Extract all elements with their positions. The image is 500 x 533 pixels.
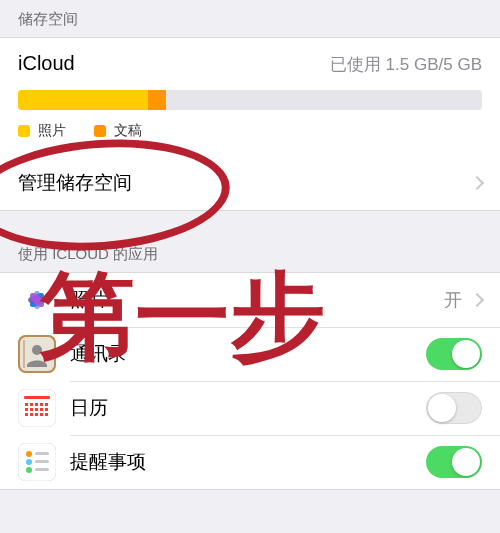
legend-docs-swatch [94,125,106,137]
toggle-knob [428,394,456,422]
toggle-knob [452,448,480,476]
legend-docs-label: 文稿 [114,122,142,140]
svg-point-32 [26,467,32,473]
chevron-right-icon [470,176,484,190]
svg-rect-14 [25,403,28,406]
svg-rect-23 [45,408,48,411]
app-row-photos[interactable]: 照片 开 [0,273,500,327]
storage-bar [18,90,482,110]
apps-group: 照片 开 通讯录 [0,272,500,490]
app-label: 通讯录 [70,341,426,367]
svg-rect-34 [35,460,49,463]
storage-cell: iCloud 已使用 1.5 GB/5 GB 照片 文稿 [0,38,500,156]
svg-rect-13 [24,396,50,399]
photos-icon [18,281,56,319]
app-label: 提醒事项 [70,449,426,475]
storage-bar-photos [18,90,148,110]
legend-photos-swatch [18,125,30,137]
svg-rect-26 [35,413,38,416]
svg-rect-27 [40,413,43,416]
chevron-right-icon [470,293,484,307]
svg-rect-16 [35,403,38,406]
svg-point-10 [32,345,42,355]
svg-rect-19 [25,408,28,411]
app-label: 日历 [70,395,426,421]
manage-storage-row[interactable]: 管理储存空间 [0,156,500,210]
svg-rect-17 [40,403,43,406]
svg-rect-22 [40,408,43,411]
section-header-apps: 使用 ICLOUD 的应用 [0,235,500,272]
svg-rect-33 [35,452,49,455]
app-value: 开 [444,288,462,312]
app-row-reminders: 提醒事项 [0,435,500,489]
reminders-icon [18,443,56,481]
svg-rect-28 [45,413,48,416]
manage-storage-label: 管理储存空间 [18,170,462,196]
app-row-contacts: 通讯录 [0,327,500,381]
svg-rect-35 [35,468,49,471]
svg-point-31 [26,459,32,465]
legend-photos-label: 照片 [38,122,66,140]
calendar-icon [18,389,56,427]
toggle-calendar[interactable] [426,392,482,424]
svg-rect-21 [35,408,38,411]
storage-legend: 照片 文稿 [18,122,482,140]
storage-title: iCloud [18,52,75,75]
storage-bar-docs [148,90,167,110]
section-header-storage: 储存空间 [0,0,500,37]
app-row-calendar: 日历 [0,381,500,435]
svg-rect-18 [45,403,48,406]
app-label: 照片 [70,287,444,313]
toggle-contacts[interactable] [426,338,482,370]
legend-docs: 文稿 [94,122,142,140]
toggle-knob [452,340,480,368]
legend-photos: 照片 [18,122,66,140]
storage-group: iCloud 已使用 1.5 GB/5 GB 照片 文稿 管理储存空间 [0,37,500,211]
svg-rect-11 [23,340,25,368]
svg-point-30 [26,451,32,457]
svg-rect-20 [30,408,33,411]
svg-rect-24 [25,413,28,416]
storage-usage-text: 已使用 1.5 GB/5 GB [330,53,482,76]
svg-rect-25 [30,413,33,416]
contacts-icon [18,335,56,373]
toggle-reminders[interactable] [426,446,482,478]
svg-rect-15 [30,403,33,406]
